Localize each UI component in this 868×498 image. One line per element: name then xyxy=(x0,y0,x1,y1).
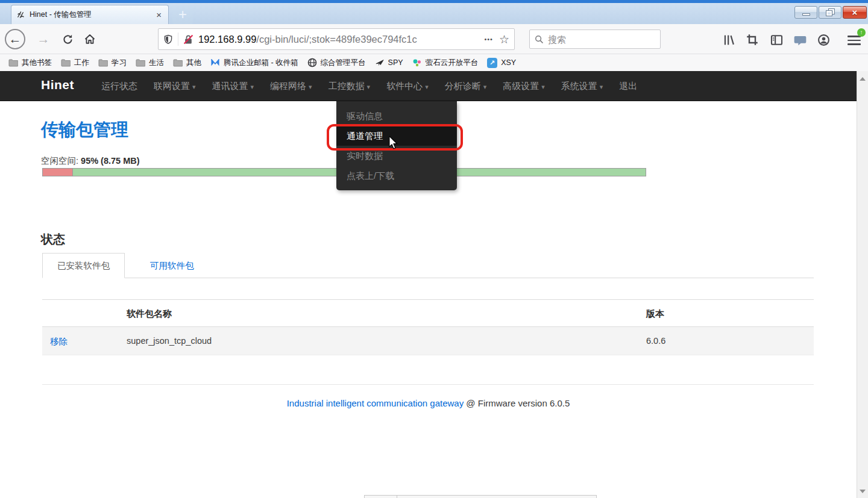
tab-bar: Hinet - 传输包管理 × + × xyxy=(0,0,868,24)
messages-bubble-icon[interactable] xyxy=(792,32,808,48)
browser-window: Hinet - 传输包管理 × + × ← → 192.168.9.99/cgi… xyxy=(0,0,868,498)
page-footer: Industrial intelligent communication gat… xyxy=(0,398,857,408)
site-nav-links: 运行状态 联网设置▾ 通讯设置▾ 编程网络▾ 工控数据▾ 软件中心▾ 分析诊断▾… xyxy=(101,71,637,101)
folder-icon xyxy=(8,58,18,67)
package-name: super_json_tcp_cloud xyxy=(127,336,212,346)
scroll-up-icon[interactable] xyxy=(860,77,866,81)
globe-icon xyxy=(307,58,317,67)
remove-link[interactable]: 移除 xyxy=(50,336,68,347)
window-close-button[interactable]: × xyxy=(843,6,867,19)
bookmark-folder-life[interactable]: 生活 xyxy=(136,58,164,68)
chevron-down-icon: ▾ xyxy=(367,83,371,90)
url-bar[interactable]: 192.168.9.99/cgi-bin/luci/;stok=489fe39e… xyxy=(158,28,515,50)
table-header-row: 软件包名称 版本 xyxy=(42,299,814,327)
nav-industrial-data[interactable]: 工控数据▾ xyxy=(329,81,371,92)
chevron-down-icon: ▾ xyxy=(483,83,487,90)
scroll-down-icon[interactable] xyxy=(860,490,866,493)
insecure-lock-icon[interactable] xyxy=(183,34,193,45)
free-space-value: 95% (8.75 MB) xyxy=(81,156,140,166)
library-icon[interactable] xyxy=(721,32,737,48)
folder-icon xyxy=(61,58,71,67)
menu-item-driver-info[interactable]: 驱动信息 xyxy=(336,106,457,126)
search-input[interactable] xyxy=(548,34,638,45)
nav-network-settings[interactable]: 联网设置▾ xyxy=(154,81,196,92)
restore-icon xyxy=(826,9,834,16)
column-version: 版本 xyxy=(646,308,664,320)
forward-button[interactable]: → xyxy=(33,29,54,49)
bookmarks-bar: 其他书签 工作 学习 生活 其他 腾讯企业邮箱 - 收件箱 综合管理平台 SP xyxy=(0,54,868,71)
browser-tab[interactable]: Hinet - 传输包管理 × xyxy=(11,5,169,24)
update-badge: ↑ xyxy=(857,28,866,37)
gateway-link[interactable]: Industrial intelligent communication gat… xyxy=(287,398,464,408)
bookmark-folder-study[interactable]: 学习 xyxy=(98,58,127,68)
url-text[interactable]: 192.168.9.99/cgi-bin/luci/;stok=489fe39e… xyxy=(198,34,482,45)
minimize-icon xyxy=(802,13,810,16)
nav-system-settings[interactable]: 系统设置▾ xyxy=(561,81,603,92)
site-favicon-icon xyxy=(16,10,25,19)
bookmark-folder-other[interactable]: 其他书签 xyxy=(8,58,52,68)
mouse-cursor-icon xyxy=(387,136,399,149)
screenshot-crop-icon[interactable] xyxy=(744,32,760,48)
site-brand[interactable]: Hinet xyxy=(41,78,74,92)
chevron-down-icon: ▾ xyxy=(309,83,312,90)
tracking-shield-icon[interactable] xyxy=(163,34,173,45)
table-row: 移除 super_json_tcp_cloud 6.0.6 xyxy=(42,327,814,355)
nav-advanced-settings[interactable]: 高级设置▾ xyxy=(503,81,545,92)
folder-icon xyxy=(98,58,108,67)
free-space-label: 空闲空间: 95% (8.75 MB) xyxy=(41,155,140,167)
column-package-name: 软件包名称 xyxy=(127,308,172,320)
progress-used-segment xyxy=(43,169,73,176)
nav-analysis-diagnosis[interactable]: 分析诊断▾ xyxy=(445,81,487,92)
package-tabs: 已安装软件包 可用软件包 xyxy=(42,253,814,278)
bookmark-folder-work[interactable]: 工作 xyxy=(61,58,89,68)
search-icon xyxy=(535,35,544,44)
status-popup-partial xyxy=(364,495,597,498)
menu-hamburger-icon[interactable]: ↑ xyxy=(846,33,862,46)
package-table: 软件包名称 版本 移除 super_json_tcp_cloud 6.0.6 xyxy=(42,299,814,355)
nav-comm-settings[interactable]: 通讯设置▾ xyxy=(212,81,254,92)
back-button[interactable]: ← xyxy=(5,29,25,49)
firmware-version: @ Firmware version 6.0.5 xyxy=(466,398,570,408)
bookmark-xsy[interactable]: ↗ XSY xyxy=(487,58,516,68)
folder-icon xyxy=(136,58,145,67)
nav-logout[interactable]: 退出 xyxy=(619,81,637,92)
new-tab-button[interactable]: + xyxy=(172,6,193,24)
ezviz-icon xyxy=(412,58,422,67)
chevron-down-icon: ▾ xyxy=(600,83,603,90)
plane-icon xyxy=(375,58,385,67)
page-title: 传输包管理 xyxy=(41,118,128,142)
chevron-down-icon: ▾ xyxy=(541,83,545,90)
account-icon[interactable] xyxy=(816,32,831,48)
chevron-down-icon: ▾ xyxy=(251,83,254,90)
bookmark-star-icon[interactable]: ☆ xyxy=(499,33,509,46)
bookmark-mgmt-platform[interactable]: 综合管理平台 xyxy=(307,58,366,68)
foxmail-icon xyxy=(210,58,220,67)
tab-title: Hinet - 传输包管理 xyxy=(30,10,150,20)
nav-programming-network[interactable]: 编程网络▾ xyxy=(270,81,312,92)
bookmark-folder-misc[interactable]: 其他 xyxy=(173,58,201,68)
folder-icon xyxy=(173,58,183,67)
restore-button[interactable] xyxy=(819,6,841,19)
bookmark-spy[interactable]: SPY xyxy=(375,58,403,67)
search-bar[interactable] xyxy=(529,30,661,49)
site-navbar: Hinet 运行状态 联网设置▾ 通讯设置▾ 编程网络▾ 工控数据▾ 软件中心▾… xyxy=(0,71,868,101)
urlbar-divider xyxy=(178,33,178,46)
tab-installed-packages[interactable]: 已安装软件包 xyxy=(42,253,125,278)
menu-item-point-table[interactable]: 点表上/下载 xyxy=(336,166,457,185)
minimize-button[interactable] xyxy=(794,6,817,19)
status-heading: 状态 xyxy=(41,231,65,247)
tab-available-packages[interactable]: 可用软件包 xyxy=(136,253,209,278)
page-actions-icon[interactable]: ••• xyxy=(484,36,493,43)
vertical-scrollbar[interactable] xyxy=(857,71,868,498)
nav-run-status[interactable]: 运行状态 xyxy=(101,81,137,92)
footer-divider xyxy=(42,384,814,385)
sidebar-icon[interactable] xyxy=(769,32,784,48)
nav-software-center[interactable]: 软件中心▾ xyxy=(386,81,429,92)
home-button[interactable] xyxy=(80,29,100,49)
bookmark-ezviz[interactable]: 萤石云开放平台 xyxy=(412,58,479,68)
window-close-icon: × xyxy=(852,8,858,17)
chevron-down-icon: ▾ xyxy=(192,83,196,90)
reload-button[interactable] xyxy=(57,29,78,49)
bookmark-tencent-mail[interactable]: 腾讯企业邮箱 - 收件箱 xyxy=(210,58,298,68)
tab-close-icon[interactable]: × xyxy=(154,10,163,20)
